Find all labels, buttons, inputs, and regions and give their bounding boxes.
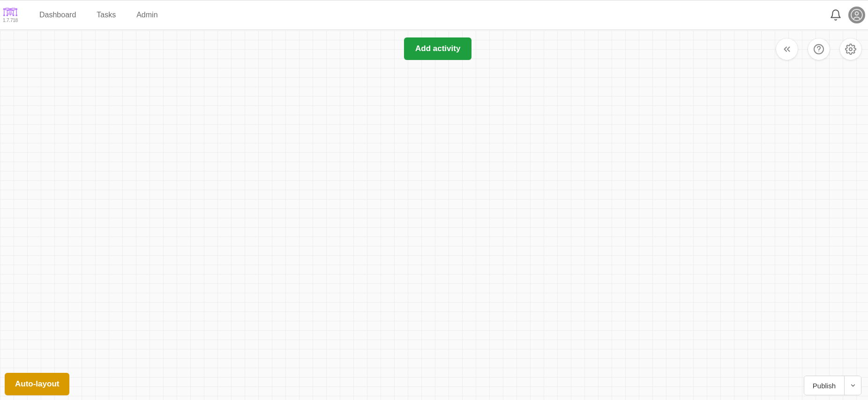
svg-point-8 [7, 14, 8, 16]
collapse-panel-button[interactable] [776, 38, 798, 60]
svg-rect-6 [8, 11, 12, 13]
svg-point-0 [3, 8, 5, 10]
svg-point-9 [13, 14, 15, 16]
workflow-canvas[interactable] [0, 30, 868, 400]
svg-point-2 [15, 8, 17, 10]
topbar-right [829, 7, 868, 23]
svg-point-18 [849, 48, 852, 51]
nav-item-dashboard[interactable]: Dashboard [29, 0, 86, 30]
canvas-toolbar [776, 38, 861, 60]
user-avatar[interactable] [848, 7, 865, 23]
double-chevron-left-icon [782, 44, 792, 54]
publish-dropdown-button[interactable] [844, 376, 861, 395]
version-label: 1.7.718 [3, 18, 18, 23]
svg-point-17 [818, 52, 819, 52]
gear-icon [845, 44, 856, 55]
top-bar: 1.7.718 Dashboard Tasks Admin [0, 0, 868, 30]
help-button[interactable] [808, 38, 830, 60]
nav-item-admin[interactable]: Admin [126, 0, 168, 30]
add-activity-button[interactable]: Add activity [404, 37, 471, 60]
publish-button[interactable]: Publish [804, 376, 844, 395]
auto-layout-button[interactable]: Auto-layout [5, 373, 69, 395]
publish-split-button: Publish [804, 376, 861, 395]
svg-rect-3 [6, 8, 9, 10]
svg-point-15 [855, 12, 859, 15]
settings-button[interactable] [840, 38, 861, 60]
main-nav: Dashboard Tasks Admin [29, 0, 168, 30]
help-icon [813, 44, 824, 55]
svg-rect-4 [12, 8, 15, 10]
logo-block[interactable]: 1.7.718 [3, 7, 18, 23]
bell-icon[interactable] [829, 8, 843, 22]
logo-icon [3, 7, 18, 17]
nav-item-tasks[interactable]: Tasks [86, 0, 126, 30]
svg-point-7 [3, 14, 5, 16]
svg-point-1 [9, 8, 11, 10]
chevron-down-icon [850, 382, 856, 389]
svg-point-10 [15, 14, 17, 16]
